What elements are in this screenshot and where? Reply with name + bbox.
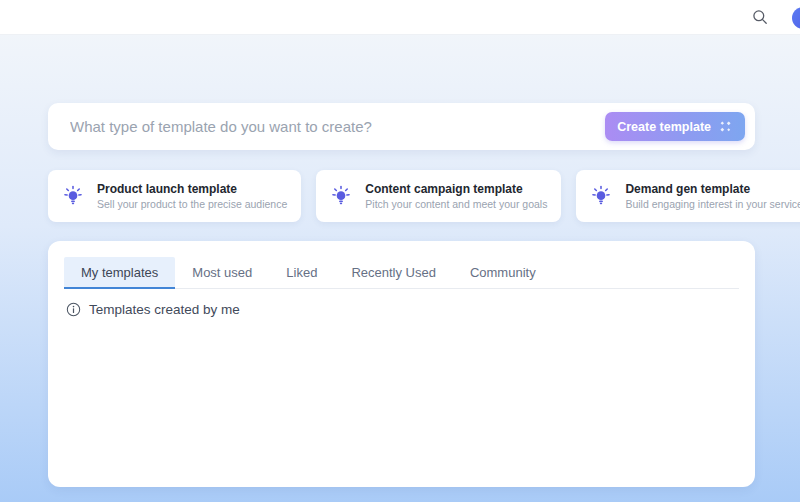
tab-community[interactable]: Community — [453, 257, 553, 289]
template-prompt-input[interactable] — [70, 118, 605, 135]
magnifier-glyph — [752, 9, 768, 25]
tab-most-used[interactable]: Most used — [175, 257, 269, 289]
template-prompt-bar: Create template — [48, 103, 755, 150]
lightbulb-icon — [590, 185, 612, 207]
card-title: Content campaign template — [365, 182, 547, 196]
empty-state: Templates created by me — [64, 302, 739, 317]
topbar — [0, 0, 800, 35]
main-content: Create template — [0, 103, 800, 487]
card-subtitle: Pitch your content and meet your goals — [365, 198, 547, 210]
card-title: Product launch template — [97, 182, 287, 196]
card-text: Demand gen template Build engaging inter… — [625, 182, 800, 210]
card-subtitle: Build engaging interest in your services — [625, 198, 800, 210]
tab-my-templates[interactable]: My templates — [64, 257, 175, 289]
lightbulb-icon — [62, 185, 84, 207]
suggestion-cards-row: Product launch template Sell your produc… — [48, 170, 755, 222]
tab-liked[interactable]: Liked — [269, 257, 334, 289]
card-text: Content campaign template Pitch your con… — [365, 182, 547, 210]
card-title: Demand gen template — [625, 182, 800, 196]
tab-recently-used[interactable]: Recently Used — [334, 257, 453, 289]
suggestion-card-demand-gen[interactable]: Demand gen template Build engaging inter… — [576, 170, 800, 222]
lightbulb-icon — [330, 185, 352, 207]
card-subtitle: Sell your product to the precise audienc… — [97, 198, 287, 210]
info-icon — [66, 302, 81, 317]
empty-state-label: Templates created by me — [89, 302, 240, 317]
search-icon[interactable] — [750, 7, 770, 27]
suggestion-card-product-launch[interactable]: Product launch template Sell your produc… — [48, 170, 301, 222]
create-template-label: Create template — [617, 120, 711, 134]
user-avatar[interactable] — [792, 7, 800, 29]
card-text: Product launch template Sell your produc… — [97, 182, 287, 210]
sparkles-icon — [718, 119, 733, 134]
templates-tabs: My templates Most used Liked Recently Us… — [64, 257, 739, 289]
suggestion-card-content-campaign[interactable]: Content campaign template Pitch your con… — [316, 170, 561, 222]
create-template-button[interactable]: Create template — [605, 112, 745, 141]
app-screen: Create template — [0, 0, 800, 502]
templates-panel: My templates Most used Liked Recently Us… — [48, 241, 755, 487]
